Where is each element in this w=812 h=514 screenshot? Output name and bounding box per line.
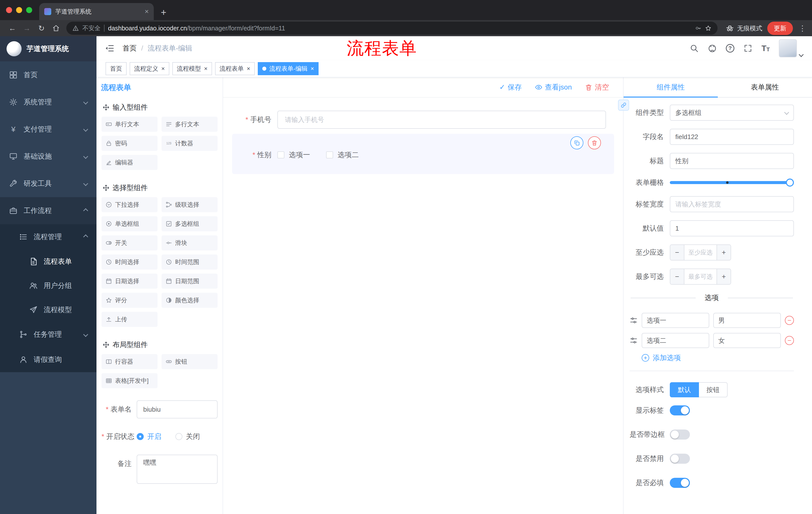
sidebar-item-system-mgmt[interactable]: 系统管理 xyxy=(0,88,96,116)
palette-item-single-line-text[interactable]: 单行文本 xyxy=(102,117,157,132)
remove-option-button[interactable]: − xyxy=(785,316,794,325)
tab-component-props[interactable]: 组件属性 xyxy=(624,77,718,97)
close-icon[interactable]: × xyxy=(247,65,250,72)
palette-item-table[interactable]: 表格[开发中] xyxy=(102,373,157,388)
palette-item-slider[interactable]: 滑块 xyxy=(162,235,218,250)
address-bar[interactable]: 不安全 dashboard.yudao.iocoder.cn/bpm/manag… xyxy=(66,22,718,35)
window-minimize-button[interactable] xyxy=(16,7,22,13)
text-size-icon[interactable]: TT xyxy=(761,44,770,52)
help-icon[interactable]: ? xyxy=(726,44,734,53)
avatar[interactable] xyxy=(779,39,797,57)
palette-item-switch[interactable]: 开关 xyxy=(102,235,157,250)
style-default-button[interactable]: 默认 xyxy=(670,382,699,397)
remove-option-button[interactable]: − xyxy=(785,336,794,345)
sidebar-item-payment-mgmt[interactable]: ¥ 支付管理 xyxy=(0,116,96,143)
default-value-input[interactable] xyxy=(670,220,794,236)
checkbox-icon[interactable] xyxy=(278,152,284,158)
option-drag-icon[interactable] xyxy=(630,316,638,324)
option-value-input[interactable] xyxy=(713,313,781,328)
close-icon[interactable]: × xyxy=(161,65,165,72)
window-zoom-button[interactable] xyxy=(26,7,32,13)
max-select-value[interactable]: 最多可选 xyxy=(685,269,717,284)
palette-item-radio-group[interactable]: 单选框组 xyxy=(102,216,157,231)
palette-item-date-range[interactable]: 日期范围 xyxy=(162,274,218,289)
bookmark-star-icon[interactable] xyxy=(705,25,712,31)
new-tab-button[interactable]: + xyxy=(161,7,166,17)
add-option-button[interactable]: + 添加选项 xyxy=(630,353,794,362)
copy-component-button[interactable] xyxy=(570,136,583,150)
browser-menu-icon[interactable]: ⋮ xyxy=(798,24,807,33)
security-warning-icon[interactable] xyxy=(72,25,79,31)
close-icon[interactable]: × xyxy=(204,65,207,72)
fullscreen-icon[interactable] xyxy=(744,44,752,53)
option-drag-icon[interactable] xyxy=(630,336,638,345)
palette-item-time-range[interactable]: 时间范围 xyxy=(162,254,218,270)
tag-home[interactable]: 首页 xyxy=(106,62,127,75)
decrease-button[interactable]: − xyxy=(670,269,685,284)
increase-button[interactable]: + xyxy=(717,245,731,260)
palette-item-date-picker[interactable]: 日期选择 xyxy=(102,274,157,289)
phone-field[interactable]: 手机号 xyxy=(232,111,614,129)
tag-process-form[interactable]: 流程表单 × xyxy=(215,62,255,75)
sidebar-item-home[interactable]: 首页 xyxy=(0,61,96,88)
palette-item-password[interactable]: 密码 xyxy=(102,136,157,151)
tag-process-form-edit[interactable]: 流程表单-编辑 × xyxy=(258,62,319,75)
increase-button[interactable]: + xyxy=(717,269,731,284)
status-on-radio[interactable]: 开启 xyxy=(137,432,161,441)
style-button-button[interactable]: 按钮 xyxy=(699,382,728,397)
sidebar-fold-icon[interactable] xyxy=(105,43,115,53)
sidebar-item-dev-tools[interactable]: 研发工具 xyxy=(0,170,96,197)
tab-close-icon[interactable]: × xyxy=(145,8,149,15)
search-icon[interactable] xyxy=(690,44,699,53)
form-grid-slider[interactable] xyxy=(670,181,790,184)
delete-component-button[interactable] xyxy=(588,136,601,150)
user-menu[interactable] xyxy=(779,39,803,57)
github-icon[interactable] xyxy=(708,44,717,53)
back-button[interactable]: ← xyxy=(5,22,20,35)
palette-item-row-container[interactable]: 行容器 xyxy=(102,354,157,369)
border-switch[interactable] xyxy=(670,430,690,439)
form-remark-textarea[interactable]: 嘿嘿 xyxy=(137,455,218,484)
required-switch[interactable] xyxy=(670,478,690,488)
home-button[interactable] xyxy=(49,22,63,35)
app-logo[interactable]: 芋道管理系统 xyxy=(0,36,96,61)
sidebar-item-user-group[interactable]: 用户分组 xyxy=(0,274,96,298)
close-icon[interactable]: × xyxy=(311,65,314,72)
sidebar-item-infrastructure[interactable]: 基础设施 xyxy=(0,143,96,170)
security-label[interactable]: 不安全 xyxy=(82,24,100,32)
gender-option-1[interactable]: 选项一 xyxy=(278,150,310,160)
password-key-icon[interactable] xyxy=(695,25,701,31)
palette-item-button[interactable]: 按钮 xyxy=(162,354,218,369)
option-value-input[interactable] xyxy=(713,333,781,348)
palette-item-color-picker[interactable]: 颜色选择 xyxy=(162,293,218,308)
palette-item-editor[interactable]: 编辑器 xyxy=(102,155,157,170)
label-width-input[interactable] xyxy=(670,196,794,212)
palette-item-select[interactable]: 下拉选择 xyxy=(102,197,157,212)
window-close-button[interactable] xyxy=(6,7,12,13)
clear-button[interactable]: 清空 xyxy=(585,82,609,92)
browser-tab[interactable]: 芋道管理系统 × xyxy=(39,3,154,20)
sidebar-item-process-model[interactable]: 流程模型 xyxy=(0,298,96,322)
gender-field-selected[interactable]: 性别 选项一 选项二 xyxy=(232,134,614,174)
field-name-input[interactable] xyxy=(670,129,794,145)
tab-form-props[interactable]: 表单属性 xyxy=(718,77,812,97)
component-type-select[interactable]: 多选框组 xyxy=(670,105,794,121)
slider-handle[interactable] xyxy=(786,179,794,187)
option-label-input[interactable] xyxy=(642,313,709,328)
palette-item-time-picker[interactable]: 时间选择 xyxy=(102,254,157,270)
tag-process-definition[interactable]: 流程定义 × xyxy=(129,62,169,75)
sidebar-item-task-mgmt[interactable]: 任务管理 xyxy=(0,322,96,347)
palette-item-cascader[interactable]: 级联选择 xyxy=(162,197,218,212)
sidebar-item-workflow[interactable]: 工作流程 xyxy=(0,197,96,224)
tag-process-model[interactable]: 流程模型 × xyxy=(172,62,212,75)
breadcrumb-home[interactable]: 首页 xyxy=(123,44,137,53)
min-select-value[interactable]: 至少应选 xyxy=(685,245,717,260)
palette-item-rate[interactable]: 评分 xyxy=(102,293,157,308)
disabled-switch[interactable] xyxy=(670,454,690,464)
browser-update-button[interactable]: 更新 xyxy=(767,22,793,35)
palette-item-upload[interactable]: 上传 xyxy=(102,312,157,327)
sidebar-item-process-form[interactable]: 流程表单 xyxy=(0,249,96,274)
reload-button[interactable]: ↻ xyxy=(34,22,49,35)
title-input[interactable] xyxy=(670,153,794,169)
status-off-radio[interactable]: 关闭 xyxy=(175,432,200,441)
